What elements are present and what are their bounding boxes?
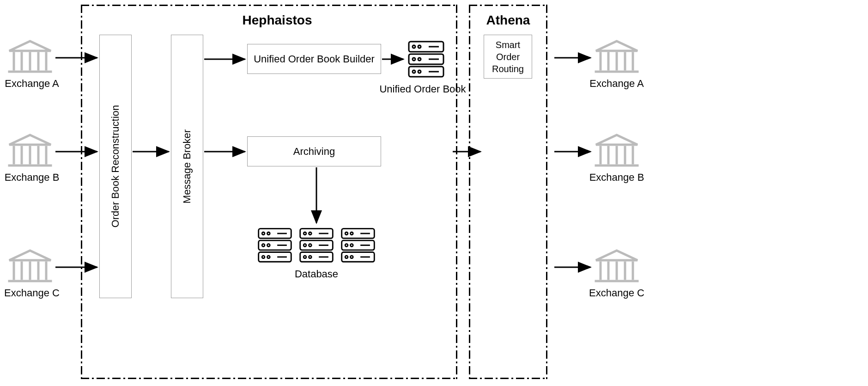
exchange-label: Exchange A: [587, 78, 647, 90]
athena-title: Athena: [480, 13, 536, 28]
database-label: Database: [286, 268, 346, 280]
svg-point-75: [345, 232, 348, 235]
svg-point-54: [262, 244, 265, 247]
bank-icon: [594, 133, 640, 168]
svg-point-64: [309, 232, 312, 235]
svg-point-63: [303, 232, 306, 235]
svg-point-76: [351, 232, 353, 235]
svg-point-78: [345, 244, 348, 247]
hephaistos-title: Hephaistos: [231, 13, 323, 28]
server-icon: [298, 227, 335, 263]
server-icon: [256, 227, 293, 263]
exchange-label: Exchange C: [587, 287, 647, 299]
svg-point-42: [413, 58, 415, 61]
component-label: Order Book Reconstruction: [109, 105, 121, 227]
svg-point-70: [309, 256, 312, 258]
bank-icon: [7, 133, 53, 168]
exchange-label: Exchange A: [2, 78, 62, 90]
svg-point-46: [418, 70, 421, 73]
message-broker-box: Message Broker: [171, 35, 203, 298]
server-icon: [407, 39, 446, 79]
svg-point-81: [345, 256, 348, 258]
svg-point-79: [351, 244, 353, 247]
exchange-label: Exchange B: [2, 172, 62, 184]
architecture-diagram: Hephaistos Athena Exchange A: [0, 0, 868, 386]
svg-point-55: [267, 244, 270, 247]
svg-point-82: [351, 256, 353, 258]
svg-point-51: [262, 232, 265, 235]
svg-point-40: [418, 45, 421, 48]
svg-point-67: [309, 244, 312, 247]
bank-icon: [594, 249, 640, 283]
archiving-box: Archiving: [247, 136, 381, 166]
bank-icon: [594, 39, 640, 74]
svg-point-57: [262, 256, 265, 258]
svg-point-39: [413, 45, 415, 48]
smart-order-routing-box: Smart Order Routing: [484, 35, 532, 79]
bank-icon: [7, 249, 53, 283]
svg-point-43: [418, 58, 421, 61]
exchange-label: Exchange C: [2, 287, 62, 299]
order-book-reconstruction-box: Order Book Reconstruction: [99, 35, 132, 298]
component-label: Unified Order Book Builder: [254, 53, 375, 65]
unified-order-book-label: Unified Order Book: [374, 83, 471, 95]
component-label: Archiving: [293, 146, 335, 158]
component-label: Message Broker: [181, 129, 193, 203]
svg-point-58: [267, 256, 270, 258]
svg-point-66: [303, 244, 306, 247]
svg-point-52: [267, 232, 270, 235]
svg-point-69: [303, 256, 306, 258]
exchange-label: Exchange B: [587, 172, 647, 184]
component-label: Smart Order Routing: [492, 39, 524, 75]
server-icon: [340, 227, 376, 263]
svg-point-45: [413, 70, 415, 73]
bank-icon: [7, 39, 53, 74]
unified-order-book-builder-box: Unified Order Book Builder: [247, 44, 381, 74]
